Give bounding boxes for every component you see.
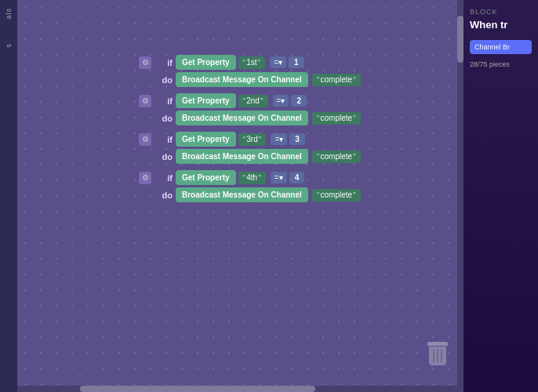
do-label: do [154, 114, 173, 123]
block-group-2: ifGet Property“2nd”=▾2doBroadcast Messag… [139, 93, 361, 125]
ordinal-pill-1[interactable]: “1st” [238, 56, 266, 69]
number-block-2[interactable]: 2 [291, 95, 307, 107]
if-label: if [154, 135, 173, 144]
block-group-1: ifGet Property“1st”=▾1doBroadcast Messag… [139, 55, 361, 87]
if-label: if [154, 173, 173, 183]
get-property-block[interactable]: Get Property [176, 170, 236, 185]
gear-icon[interactable] [139, 95, 151, 107]
complete-pill-3[interactable]: “complete” [312, 151, 361, 163]
equals-block[interactable]: =▾ [273, 95, 289, 107]
horizontal-scrollbar-thumb[interactable] [80, 386, 315, 392]
do-row-1: doBroadcast Message On Channel“complete” [139, 72, 361, 87]
trash-icon[interactable] [426, 342, 449, 368]
get-property-block[interactable]: Get Property [176, 132, 236, 147]
broadcast-block-2[interactable]: Broadcast Message On Channel [176, 111, 308, 125]
scrollbar-thumb[interactable] [457, 16, 463, 63]
canvas-area[interactable]: ifGet Property“1st”=▾1doBroadcast Messag… [17, 0, 463, 392]
channel-button[interactable]: Channel Br [470, 40, 532, 54]
if-label: if [154, 96, 173, 106]
sidebar-label-2: s [5, 43, 13, 48]
broadcast-block-4[interactable]: Broadcast Message On Channel [176, 187, 308, 202]
trash-line-1 [433, 349, 434, 363]
ordinal-pill-3[interactable]: “3rd” [238, 133, 267, 146]
if-label: if [154, 58, 173, 67]
if-row-4: ifGet Property“4th”=▾4 [139, 170, 361, 185]
pieces-count: 28/75 pieces [470, 60, 532, 68]
do-row-3: doBroadcast Message On Channel“complete” [139, 149, 361, 164]
trash-body [429, 347, 446, 365]
equals-block[interactable]: =▾ [271, 133, 287, 145]
gear-icon[interactable] [139, 172, 151, 184]
do-row-4: doBroadcast Message On Channel“complete” [139, 187, 361, 202]
broadcast-block-3[interactable]: Broadcast Message On Channel [176, 149, 308, 164]
equals-block[interactable]: =▾ [270, 56, 286, 68]
number-block-1[interactable]: 1 [289, 56, 304, 68]
do-label: do [154, 191, 173, 200]
trash-lid [427, 342, 448, 346]
block-title: When tr [470, 19, 532, 31]
complete-pill-2[interactable]: “complete” [312, 112, 361, 125]
blocks-container: ifGet Property“1st”=▾1doBroadcast Messag… [139, 55, 361, 209]
get-property-block[interactable]: Get Property [176, 55, 236, 70]
block-group-4: ifGet Property“4th”=▾4doBroadcast Messag… [139, 170, 361, 202]
if-row-1: ifGet Property“1st”=▾1 [139, 55, 361, 70]
vertical-scrollbar[interactable] [457, 0, 463, 392]
right-panel: BLOCK When tr Channel Br 28/75 pieces [463, 0, 538, 392]
do-row-2: doBroadcast Message On Channel“complete” [139, 111, 361, 125]
number-block-4[interactable]: 4 [289, 172, 305, 183]
sidebar: als s [0, 0, 17, 392]
block-group-3: ifGet Property“3rd”=▾3doBroadcast Messag… [139, 132, 361, 164]
if-row-3: ifGet Property“3rd”=▾3 [139, 132, 361, 147]
if-row-2: ifGet Property“2nd”=▾2 [139, 93, 361, 108]
gear-icon[interactable] [139, 56, 151, 69]
sidebar-label-1: als [5, 8, 13, 20]
trash-line-2 [437, 349, 438, 363]
number-block-3[interactable]: 3 [289, 133, 305, 145]
complete-pill-4[interactable]: “complete” [312, 189, 361, 201]
complete-pill-1[interactable]: “complete” [312, 74, 361, 86]
gear-icon[interactable] [139, 133, 151, 146]
trash-line-3 [441, 349, 442, 363]
get-property-block[interactable]: Get Property [176, 93, 236, 108]
do-label: do [154, 75, 173, 85]
ordinal-pill-4[interactable]: “4th” [238, 172, 266, 184]
block-label: BLOCK [470, 8, 532, 16]
broadcast-block-1[interactable]: Broadcast Message On Channel [176, 72, 308, 87]
ordinal-pill-2[interactable]: “2nd” [238, 95, 268, 107]
equals-block[interactable]: =▾ [271, 172, 287, 183]
horizontal-scrollbar[interactable] [17, 386, 457, 392]
do-label: do [154, 152, 173, 162]
